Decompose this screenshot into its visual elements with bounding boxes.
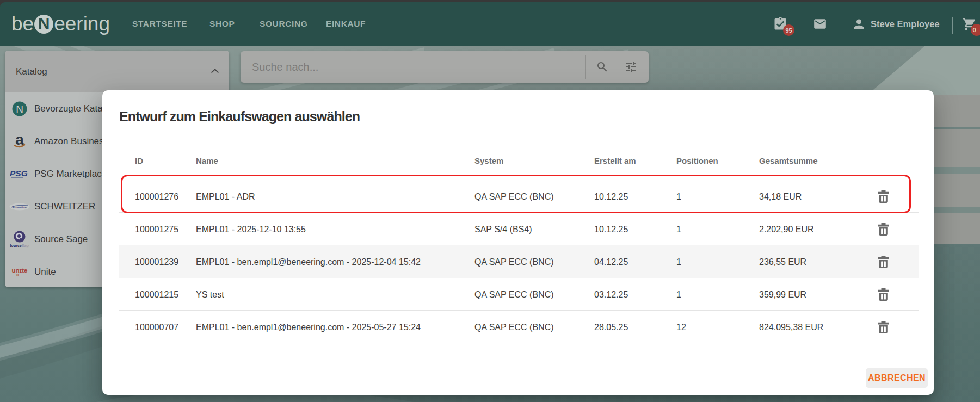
svg-text:Schweitzer: Schweitzer [12,206,28,209]
svg-text:SourceSage: SourceSage [10,244,29,248]
svg-text:N: N [16,103,23,115]
svg-text:unɪte: unɪte [12,267,28,274]
svg-text:▮▮ ····: ▮▮ ···· [16,274,23,276]
svg-text:PSG: PSG [10,169,28,178]
